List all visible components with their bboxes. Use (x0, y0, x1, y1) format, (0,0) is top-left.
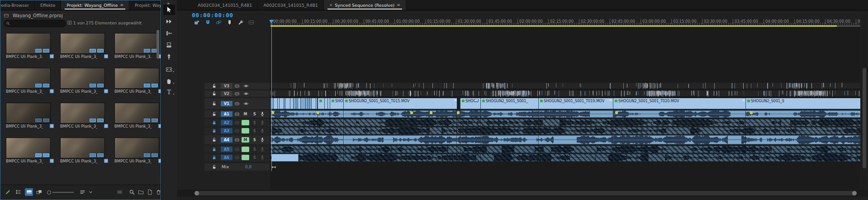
sync-lock-toggle[interactable] (234, 91, 240, 96)
timeline-clip[interactable] (324, 98, 327, 109)
sync-lock-toggle[interactable] (234, 137, 240, 143)
find-button[interactable] (129, 189, 135, 195)
panel-menu-icon[interactable]: ≡ (120, 3, 123, 7)
project-item[interactable]: BMPCC Uli Plank_3... (6, 33, 56, 61)
clip-label-color-chip[interactable] (104, 89, 108, 93)
timeline-tab-1[interactable]: A002C034_141015_R4B1 (258, 0, 323, 10)
track-target-badge-V1[interactable]: V1 (221, 101, 232, 106)
type-tool[interactable]: T (166, 89, 172, 95)
sort-chevron-icon[interactable] (88, 190, 93, 195)
timeline-clip-sliver[interactable] (300, 98, 305, 109)
playhead-timecode[interactable]: 00:00:00:00 (192, 12, 233, 19)
icon-view-button[interactable] (26, 189, 32, 195)
timeline-tab-0[interactable]: A002C034_141015_R4B1 (192, 0, 258, 10)
timeline-clip-sliver[interactable] (279, 98, 284, 109)
track-target-badge-V3[interactable]: V3 (221, 83, 232, 89)
clip-label-color-chip[interactable] (50, 54, 54, 58)
track-content-A4[interactable] (270, 135, 860, 144)
linked-selection-button[interactable] (216, 19, 222, 25)
track-content-V3[interactable] (270, 83, 860, 89)
voiceover-record-button[interactable] (260, 147, 265, 152)
search-input[interactable] (4, 20, 66, 27)
slip-tool[interactable] (166, 66, 172, 73)
track-target-badge-A4[interactable]: A4 (221, 137, 232, 143)
track-lock-toggle[interactable] (212, 128, 217, 133)
timeline-clip[interactable]: SHOGUN2_S001_S001_T015.MOV (343, 98, 457, 109)
sync-lock-toggle[interactable] (234, 83, 240, 89)
track-target-badge-A2[interactable]: A2 (221, 120, 232, 125)
track-content-V2[interactable] (270, 90, 860, 97)
mute-button[interactable]: M (242, 128, 249, 133)
solo-button[interactable]: S (251, 111, 258, 117)
project-tab-2[interactable]: Projekt: Wayang_Offline≡ (61, 0, 129, 10)
track-target-badge-A1[interactable]: A1 (221, 111, 232, 117)
sync-lock-toggle[interactable] (234, 111, 240, 117)
project-item[interactable]: BMPCC Uli Plank_3_2... (114, 138, 164, 166)
track-target-badge-A5[interactable]: A5 (221, 147, 232, 152)
work-area-bar[interactable] (270, 25, 837, 27)
mute-button[interactable]: M (242, 137, 249, 143)
clip-thumbnail[interactable] (60, 33, 105, 54)
clip-label-color-chip[interactable] (50, 124, 54, 128)
breadcrumb[interactable]: Wayang_Offline.prproj (13, 13, 63, 18)
fit-icon[interactable] (271, 165, 276, 170)
close-icon[interactable]: × (329, 3, 333, 7)
timeline-vertical-scrollbar[interactable] (863, 68, 866, 168)
project-item[interactable]: BMPCC Uli Plank_3_2... (6, 68, 56, 96)
timeline-clip[interactable]: SHOGU (460, 98, 481, 109)
new-bin-button[interactable] (138, 189, 144, 195)
timeline-settings-button[interactable] (237, 19, 243, 25)
zoom-slider-handle[interactable] (47, 190, 51, 195)
solo-button[interactable]: S (251, 120, 258, 125)
timeline-tab-2[interactable]: ×Synced Sequence (Resolve)≡ (324, 0, 406, 10)
track-lock-toggle[interactable] (212, 147, 217, 152)
mute-button[interactable]: M (242, 147, 249, 152)
voiceover-record-button[interactable] (260, 155, 265, 160)
mix-lock-toggle[interactable] (212, 164, 217, 169)
voiceover-record-button[interactable] (260, 128, 265, 133)
track-target-badge-A3[interactable]: A3 (221, 128, 232, 133)
project-item[interactable]: BMPCC Uli Plank_3_2... (114, 68, 164, 96)
track-lock-toggle[interactable] (212, 101, 217, 106)
project-tab-1[interactable]: Effekte (35, 0, 61, 10)
playhead-caret[interactable] (269, 20, 274, 24)
track-select-forward-tool[interactable] (166, 18, 172, 25)
clip-thumbnail[interactable] (60, 68, 105, 89)
sync-lock-toggle[interactable] (234, 120, 240, 125)
clip-label-color-chip[interactable] (50, 159, 54, 163)
timeline-clip[interactable]: SHOGUN2_S001_S001_T020.MOV (613, 98, 746, 109)
mute-button[interactable]: M (242, 111, 249, 117)
list-view-button[interactable] (15, 189, 21, 195)
track-lock-toggle[interactable] (212, 83, 217, 88)
automate-to-sequence-button[interactable] (117, 189, 123, 195)
sync-lock-toggle[interactable] (234, 101, 240, 106)
clip-thumbnail[interactable] (6, 68, 51, 89)
add-marker-button[interactable] (227, 19, 232, 25)
clip-thumbnail[interactable] (114, 138, 159, 158)
project-item[interactable]: BMPCC Uli Plank_3_2... (6, 138, 56, 166)
selection-tool[interactable] (166, 6, 172, 13)
sort-menu-button[interactable] (80, 189, 85, 195)
clip-thumbnail[interactable] (60, 138, 105, 158)
track-output-toggle[interactable] (243, 83, 249, 89)
clip-label-color-chip[interactable] (104, 159, 108, 163)
solo-button[interactable]: S (251, 137, 258, 143)
pen-tool[interactable] (166, 53, 172, 60)
clip-thumbnail[interactable] (6, 103, 51, 124)
nest-insert-button[interactable] (194, 19, 200, 25)
mute-button[interactable]: M (242, 120, 249, 125)
project-item[interactable]: BMPCC Uli Plank_3_... (60, 33, 110, 61)
timeline-clip[interactable] (318, 98, 324, 109)
track-content-V1[interactable]: SHOSHOGUN2_S001_S001_T015.MOVSHOGUSHOGUN… (270, 98, 860, 109)
project-item[interactable]: BMPCC Uli Plank_3_2... (60, 68, 110, 96)
snap-button[interactable] (205, 19, 211, 25)
solo-button[interactable]: S (251, 155, 258, 160)
timeline-clip-sliver[interactable] (290, 98, 293, 109)
timeline-clip[interactable]: SHO (330, 98, 344, 109)
captions-button[interactable] (248, 19, 254, 25)
track-lock-toggle[interactable] (212, 120, 217, 125)
track-lock-toggle[interactable] (212, 111, 217, 116)
timeline-clip[interactable]: SHOGUN2_S001_S001_ (480, 98, 539, 109)
project-item[interactable]: BMPCC Uli Plank_3_2... (60, 138, 110, 166)
clip-thumbnail[interactable] (60, 103, 105, 124)
